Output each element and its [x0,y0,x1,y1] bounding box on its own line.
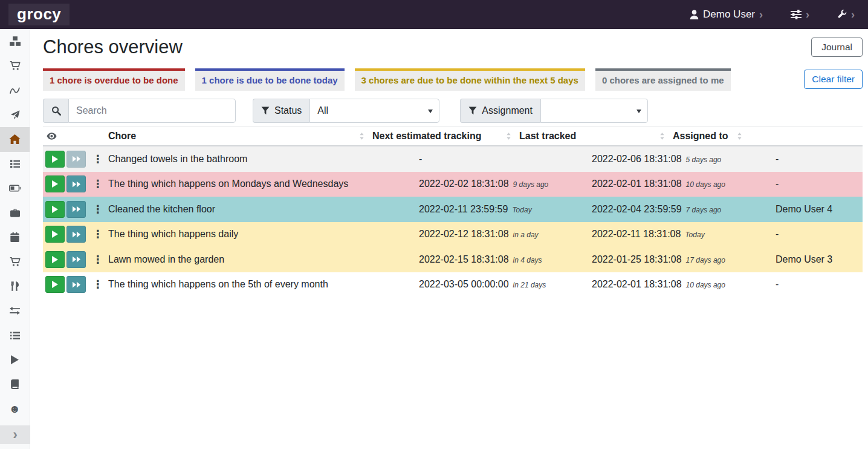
sidebar: ☻ › [0,29,30,449]
sidebar-item-meal-plan[interactable] [0,103,30,128]
skip-chore-button[interactable] [66,251,86,268]
paper-plane-icon [10,110,20,120]
play-icon [11,355,19,364]
status-filter-label: Status [253,99,309,123]
assigned-to: - [776,154,779,164]
assignment-select[interactable] [540,99,648,123]
tasks-icon [10,160,20,168]
assigned-to: - [776,229,779,239]
sidebar-item-consume[interactable] [0,274,30,299]
skip-chore-button[interactable] [66,175,86,192]
play-icon [52,281,58,288]
table-row: ⋮ Changed towels in the bathroom - 2022-… [43,146,863,172]
user-menu[interactable]: Demo User › [686,6,766,23]
summary-card-due-today[interactable]: 1 chore is due to be done today [195,68,345,91]
skip-chore-button[interactable] [66,276,86,293]
exchange-icon [10,307,20,315]
assigned-to: - [776,279,779,289]
sidebar-item-equipment[interactable] [0,201,30,226]
last-tracked-relative: 7 days ago [686,206,722,214]
clear-filter-button[interactable]: Clear filter [804,70,863,89]
table-row: ⋮ The thing which happens on Mondays and… [43,172,863,197]
status-select[interactable]: All [309,99,439,123]
chores-table: Chore Next estimated tracking Last track… [43,126,863,297]
row-menu-button[interactable]: ⋮ [92,154,103,165]
sidebar-item-transfer[interactable] [0,299,30,324]
filter-funnel-icon [261,107,270,115]
table-header: Chore Next estimated tracking Last track… [43,126,863,146]
status-select-value: All [317,105,328,116]
sidebar-item-batteries[interactable] [0,176,30,201]
last-tracked-relative: Today [685,231,704,239]
list-icon [10,332,20,339]
filter-funnel-icon [468,107,477,115]
row-menu-button[interactable]: ⋮ [92,204,103,215]
settings-menu[interactable]: › [787,7,813,22]
last-tracked-time: 2022-02-01 18:31:08 [592,279,682,289]
skip-chore-button[interactable] [66,201,86,218]
sidebar-item-user[interactable]: ☻ [0,397,30,422]
chore-name: Lawn mowed in the garden [108,254,224,264]
row-menu-button[interactable]: ⋮ [92,279,103,290]
sidebar-item-shopping-list[interactable] [0,54,30,79]
utensils-icon [11,281,19,291]
search-input[interactable] [68,99,236,123]
header-last-tracked[interactable]: Last tracked [519,127,673,145]
sidebar-item-recipes[interactable] [0,78,30,103]
sidebar-item-chores-overview[interactable] [0,127,30,152]
track-chore-button[interactable] [45,251,65,268]
last-tracked-time: 2022-01-25 18:31:08 [592,254,682,264]
assigned-to: Demo User 3 [776,254,832,264]
header-next-estimated-tracking[interactable]: Next estimated tracking [372,127,519,145]
last-tracked-relative: 5 days ago [686,156,722,164]
track-chore-button[interactable] [45,201,65,218]
track-chore-button[interactable] [45,151,65,168]
row-menu-button[interactable]: ⋮ [92,254,103,265]
summary-card-assigned-to-me[interactable]: 0 chores are assigned to me [595,68,731,91]
sidebar-item-stock-overview[interactable] [0,29,30,54]
play-icon [52,180,58,188]
track-chore-button[interactable] [45,276,65,293]
fast-forward-icon [73,256,80,263]
row-menu-button[interactable]: ⋮ [92,179,103,189]
book-icon [11,379,19,389]
chore-name: The thing which happens on Mondays and W… [108,179,348,189]
next-tracking-time: 2022-03-05 00:00:00 [419,279,509,289]
skip-chore-button[interactable] [66,226,86,243]
grocy-logo[interactable]: grocy [8,4,70,25]
sidebar-item-tasks[interactable] [0,152,30,177]
sidebar-item-purchase[interactable] [0,250,30,275]
sidebar-expand-button[interactable]: › [0,425,30,444]
next-tracking-relative: Today [512,206,531,214]
next-tracking-relative: in a day [513,231,539,239]
sidebar-item-calendar[interactable] [0,225,30,250]
summary-card-overdue[interactable]: 1 chore is overdue to be done [43,68,185,91]
last-tracked-time: 2022-02-04 23:59:59 [592,204,682,214]
wrench-icon [837,10,847,19]
track-chore-button[interactable] [45,175,65,192]
last-tracked-time: 2022-02-01 18:31:08 [592,179,682,189]
track-chore-button[interactable] [45,226,65,243]
sidebar-item-inventory[interactable] [0,323,30,348]
column-visibility-toggle[interactable] [43,133,108,140]
header-chore[interactable]: Chore [108,127,372,145]
home-icon [9,134,21,144]
sort-icon [737,133,742,140]
page-title: Chores overview [43,36,811,58]
chore-name: Changed towels in the bathroom [108,154,247,164]
sidebar-item-battery-tracking[interactable] [0,372,30,397]
header-assigned-to[interactable]: Assigned to [673,127,750,145]
row-menu-button[interactable]: ⋮ [92,229,103,240]
summary-card-due-soon[interactable]: 3 chores are due to be done within the n… [355,68,585,91]
main-content: Chores overview Journal 1 chore is overd… [30,29,868,449]
table-row: ⋮ Cleaned the kitchen floor 2022-02-11 2… [43,197,863,222]
last-tracked-relative: 10 days ago [686,180,725,189]
next-tracking-relative: in 4 days [513,256,542,264]
fast-forward-icon [73,281,80,288]
play-icon [52,256,58,263]
briefcase-icon [10,209,20,217]
admin-menu[interactable]: › [834,7,858,22]
journal-button[interactable]: Journal [811,38,863,57]
sidebar-item-chore-tracking[interactable] [0,348,30,373]
play-icon [52,156,58,163]
